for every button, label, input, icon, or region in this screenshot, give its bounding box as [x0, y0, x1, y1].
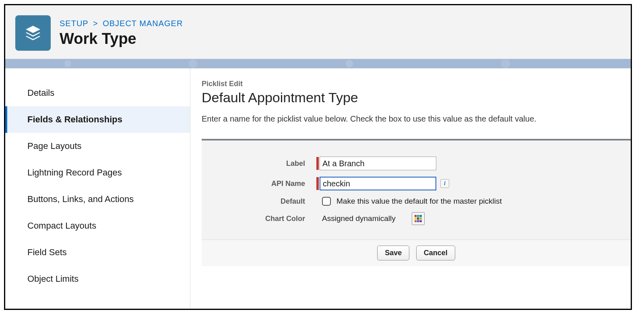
button-row: Save Cancel	[202, 239, 631, 266]
content-eyebrow: Picklist Edit	[202, 80, 631, 88]
sidebar-item-buttons-links-actions[interactable]: Buttons, Links, and Actions	[5, 186, 190, 213]
page-header: SETUP > OBJECT MANAGER Work Type	[5, 5, 631, 59]
default-checkbox[interactable]	[322, 197, 331, 206]
sidebar-item-lightning-record-pages[interactable]: Lightning Record Pages	[5, 159, 190, 186]
row-chart-color: Chart Color Assigned dynamically	[218, 212, 615, 225]
label-field-label: Label	[218, 159, 316, 168]
default-field-label: Default	[218, 197, 316, 206]
sidebar-item-compact-layouts[interactable]: Compact Layouts	[5, 213, 190, 239]
sidebar: Details Fields & Relationships Page Layo…	[5, 68, 190, 308]
sidebar-item-details[interactable]: Details	[5, 80, 190, 106]
save-button[interactable]: Save	[377, 246, 409, 260]
row-api-name: API Name i	[218, 177, 615, 190]
sidebar-item-page-layouts[interactable]: Page Layouts	[5, 133, 190, 159]
required-indicator	[316, 157, 319, 170]
sidebar-item-field-sets[interactable]: Field Sets	[5, 239, 190, 266]
api-name-input[interactable]	[320, 177, 436, 190]
breadcrumb: SETUP > OBJECT MANAGER	[60, 19, 183, 28]
sidebar-item-fields-relationships[interactable]: Fields & Relationships	[5, 106, 190, 133]
breadcrumb-object-manager[interactable]: OBJECT MANAGER	[103, 19, 183, 28]
cancel-button[interactable]: Cancel	[416, 246, 455, 260]
row-label: Label	[218, 157, 615, 170]
layers-icon	[15, 15, 51, 51]
main-content: Picklist Edit Default Appointment Type E…	[190, 68, 631, 308]
api-name-field-label: API Name	[218, 180, 316, 188]
info-icon[interactable]: i	[440, 179, 449, 188]
color-swatch-icon	[415, 215, 422, 222]
color-picker-button[interactable]	[412, 212, 425, 225]
row-default: Default Make this value the default for …	[218, 197, 615, 206]
sidebar-item-object-limits[interactable]: Object Limits	[5, 266, 190, 292]
required-indicator	[316, 177, 319, 190]
breadcrumb-separator: >	[93, 19, 98, 28]
label-input[interactable]	[320, 157, 436, 170]
default-checkbox-label: Make this value the default for the mast…	[336, 197, 502, 206]
page-title: Work Type	[60, 30, 183, 47]
chart-color-value: Assigned dynamically	[322, 214, 396, 223]
breadcrumb-setup[interactable]: SETUP	[60, 19, 88, 28]
form-card: Label API Name i Default Make this value…	[202, 139, 631, 266]
content-description: Enter a name for the picklist value belo…	[202, 114, 631, 124]
decorative-band	[5, 59, 631, 68]
content-title: Default Appointment Type	[202, 90, 631, 105]
chart-color-field-label: Chart Color	[218, 215, 316, 223]
